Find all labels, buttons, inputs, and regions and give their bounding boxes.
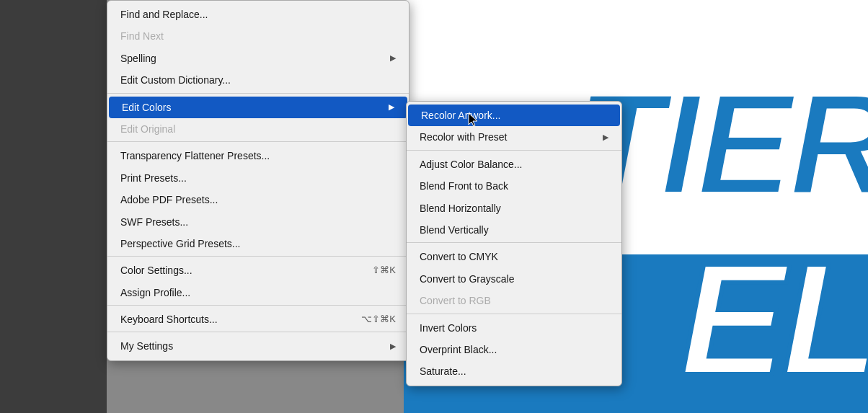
- menu-item-label: Adjust Color Balance...: [420, 156, 522, 172]
- menu-item-blend-horizontally[interactable]: Blend Horizontally: [407, 197, 621, 219]
- menu-item-find-replace[interactable]: Find and Replace...: [107, 4, 409, 25]
- menu-item-label: Blend Horizontally: [420, 200, 501, 216]
- menu-item-label: Find and Replace...: [120, 6, 208, 22]
- menu-item-color-settings[interactable]: Color Settings... ⇧⌘K: [107, 259, 409, 281]
- menu-item-swf-presets[interactable]: SWF Presets...: [107, 211, 409, 233]
- menu-item-label: Recolor Artwork...: [421, 107, 500, 123]
- submenu-arrow-icon: ▶: [603, 131, 608, 144]
- menu-item-label: Perspective Grid Presets...: [120, 236, 241, 252]
- menu-item-label: Invert Colors: [420, 320, 477, 336]
- menu-item-perspective-grid-presets[interactable]: Perspective Grid Presets...: [107, 233, 409, 257]
- menu-item-adjust-color-balance[interactable]: Adjust Color Balance...: [407, 154, 621, 175]
- menu-item-label: Overprint Black...: [420, 342, 497, 358]
- app-sidebar: [0, 0, 107, 413]
- menu-item-label: Edit Custom Dictionary...: [120, 72, 231, 88]
- menu-item-edit-original[interactable]: Edit Original: [107, 118, 409, 142]
- menu-item-label: Print Presets...: [120, 170, 187, 186]
- menu-item-label: Convert to RGB: [420, 293, 491, 308]
- menu-item-label: Recolor with Preset: [420, 129, 507, 145]
- menu-item-find-next[interactable]: Find Next: [107, 25, 409, 47]
- menu-item-blend-front-to-back[interactable]: Blend Front to Back: [407, 175, 621, 197]
- menu-item-label: Blend Front to Back: [420, 178, 508, 194]
- menu-item-assign-profile[interactable]: Assign Profile...: [107, 282, 409, 306]
- menu-item-label: Edit Original: [120, 121, 175, 137]
- menu-item-label: Convert to Grayscale: [420, 271, 515, 287]
- menu-item-label: Blend Vertically: [420, 222, 489, 238]
- menu-item-label: My Settings: [120, 338, 173, 354]
- menu-item-keyboard-shortcuts[interactable]: Keyboard Shortcuts... ⌥⇧⌘K: [107, 308, 409, 332]
- menu-item-label: Color Settings...: [120, 262, 192, 278]
- menu-item-recolor-with-preset[interactable]: Recolor with Preset ▶: [407, 126, 621, 150]
- menu-item-edit-custom-dictionary[interactable]: Edit Custom Dictionary...: [107, 69, 409, 93]
- menu-item-label: Spelling: [120, 50, 156, 66]
- menu-item-convert-to-rgb[interactable]: Convert to RGB: [407, 290, 621, 314]
- menu-item-edit-colors[interactable]: Edit Colors ▶: [109, 97, 407, 118]
- menu-item-saturate[interactable]: Saturate...: [407, 360, 621, 382]
- menu-item-adobe-pdf-presets[interactable]: Adobe PDF Presets...: [107, 189, 409, 210]
- canvas-text-el: EL: [680, 240, 868, 399]
- submenu-arrow-icon: ▶: [389, 101, 394, 114]
- menu-item-label: Keyboard Shortcuts...: [120, 311, 218, 327]
- submenu-arrow-icon: ▶: [390, 340, 396, 353]
- menu-item-label: Convert to CMYK: [420, 249, 498, 265]
- menu-item-invert-colors[interactable]: Invert Colors: [407, 317, 621, 339]
- menu-item-overprint-black[interactable]: Overprint Black...: [407, 339, 621, 360]
- menu-item-label: Transparency Flattener Presets...: [120, 148, 270, 164]
- secondary-menu: Recolor Artwork... Recolor with Preset ▶…: [406, 101, 622, 386]
- menu-item-label: Saturate...: [420, 363, 466, 379]
- menu-item-label: Adobe PDF Presets...: [120, 192, 218, 208]
- primary-menu: Find and Replace... Find Next Spelling ▶…: [107, 0, 409, 361]
- menu-item-convert-to-grayscale[interactable]: Convert to Grayscale: [407, 268, 621, 290]
- submenu-arrow-icon: ▶: [390, 52, 396, 65]
- menu-item-transparency-flattener[interactable]: Transparency Flattener Presets...: [107, 145, 409, 166]
- menu-item-print-presets[interactable]: Print Presets...: [107, 167, 409, 189]
- menu-item-label: SWF Presets...: [120, 214, 188, 230]
- menu-shortcut: ⌥⇧⌘K: [361, 312, 396, 327]
- menu-item-my-settings[interactable]: My Settings ▶: [107, 335, 409, 357]
- menu-item-recolor-artwork[interactable]: Recolor Artwork...: [408, 105, 620, 126]
- menu-item-label: Assign Profile...: [120, 285, 190, 301]
- menu-item-blend-vertically[interactable]: Blend Vertically: [407, 219, 621, 243]
- menu-item-convert-to-cmyk[interactable]: Convert to CMYK: [407, 246, 621, 267]
- menu-item-label: Edit Colors: [122, 99, 171, 115]
- menu-item-spelling[interactable]: Spelling ▶: [107, 48, 409, 69]
- menu-shortcut: ⇧⌘K: [372, 263, 396, 278]
- menu-item-label: Find Next: [120, 28, 164, 44]
